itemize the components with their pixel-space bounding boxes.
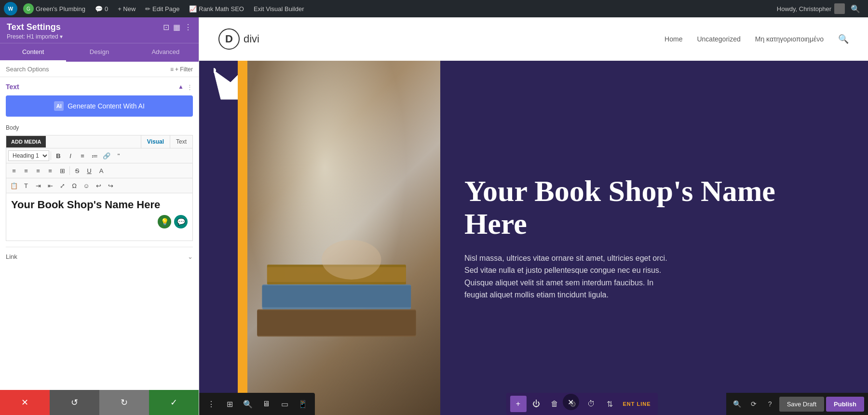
outdent-btn[interactable]: ⇤ xyxy=(44,180,56,191)
refresh-btn[interactable]: ⟳ xyxy=(746,397,761,411)
redo-btn[interactable]: ↻ xyxy=(99,390,149,415)
preview-desktop-btn[interactable]: 🖥 xyxy=(258,396,274,412)
edit-page-btn[interactable]: ✏ Edit Page xyxy=(141,3,183,14)
green-tool-icon[interactable]: 💡 xyxy=(158,215,171,228)
undo-editor-btn[interactable]: ↩ xyxy=(93,180,104,191)
exit-visual-builder-btn[interactable]: Exit Visual Builder xyxy=(250,3,308,14)
ul-btn[interactable]: ≡ xyxy=(77,150,88,161)
strikethrough-btn[interactable]: S xyxy=(71,165,83,176)
search-history-btn[interactable]: 🔍 xyxy=(730,397,745,411)
bold-btn[interactable]: B xyxy=(53,150,64,161)
columns-icon[interactable]: ▦ xyxy=(173,23,180,32)
align-left-btn[interactable]: ≡ xyxy=(8,165,20,176)
cancel-btn[interactable]: ✕ xyxy=(0,390,50,415)
redo-editor-btn[interactable]: ↪ xyxy=(105,180,116,191)
underline-btn[interactable]: U xyxy=(83,165,95,176)
section-more-icon[interactable]: ⋮ xyxy=(187,83,193,91)
svg-rect-9 xyxy=(257,310,416,335)
indent-btn[interactable]: ⇥ xyxy=(32,180,44,191)
tab-text[interactable]: Text xyxy=(170,135,192,148)
search-options-input[interactable] xyxy=(6,66,166,73)
site-nav: Home Uncategorized Μη κατηγοριοποιημένο … xyxy=(665,34,849,44)
nav-greek[interactable]: Μη κατηγοριοποιημένο xyxy=(755,35,824,43)
greens-plumbing-menu[interactable]: G Green's Plumbing xyxy=(19,1,89,16)
nav-home[interactable]: Home xyxy=(665,35,682,43)
ol-btn[interactable]: ≔ xyxy=(89,150,100,161)
new-menu[interactable]: + New xyxy=(114,3,139,14)
site-header: D divi Home Uncategorized Μη κατηγοριοπο… xyxy=(199,17,868,61)
preview-mobile-btn[interactable]: 📱 xyxy=(295,396,311,412)
link-label: Link xyxy=(6,253,17,260)
undo-btn[interactable]: ↺ xyxy=(50,390,99,415)
user-avatar[interactable] xyxy=(834,3,845,14)
blockquote-btn[interactable]: " xyxy=(113,150,124,161)
ai-generate-btn[interactable]: AI Generate Content With AI xyxy=(6,95,193,117)
tab-visual[interactable]: Visual xyxy=(141,135,170,148)
more-options-icon[interactable]: ⋮ xyxy=(184,23,192,32)
preview-tablet-btn[interactable]: ▭ xyxy=(276,396,293,412)
align-center-btn[interactable]: ≡ xyxy=(20,165,32,176)
confirm-btn[interactable]: ✓ xyxy=(149,390,199,415)
link-btn[interactable]: 🔗 xyxy=(101,150,112,161)
rank-math-btn[interactable]: 📈 Rank Math SEO xyxy=(185,3,248,14)
preview-search-btn[interactable]: 🔍 xyxy=(240,396,256,412)
visual-text-tabs: Visual Text xyxy=(141,135,192,148)
italic-btn[interactable]: I xyxy=(65,150,76,161)
preset-label[interactable]: Preset: H1 imported ▾ xyxy=(7,33,192,40)
clear-format-btn[interactable]: T xyxy=(20,180,32,191)
teal-tool-icon[interactable]: 💬 xyxy=(174,215,188,228)
align-right-btn[interactable]: ≡ xyxy=(32,165,44,176)
nav-search-icon[interactable]: 🔍 xyxy=(838,34,849,44)
filter-label: + Filter xyxy=(175,66,193,73)
comments-menu[interactable]: 💬 0 xyxy=(91,3,112,14)
timer-btn[interactable]: ⏱ xyxy=(583,396,599,412)
reorder-btn[interactable]: ⇅ xyxy=(601,396,618,412)
preview-grid-btn[interactable]: ⊞ xyxy=(221,396,238,412)
publish-btn[interactable]: Publish xyxy=(826,397,864,412)
preview-dots-btn[interactable]: ⋮ xyxy=(203,396,219,412)
shrink-icon[interactable]: ⊡ xyxy=(163,23,169,32)
tab-advanced[interactable]: Advanced xyxy=(133,43,199,62)
link-section: Link ⌄ xyxy=(6,247,193,260)
text-color-btn[interactable]: A xyxy=(95,165,107,176)
editor-content-area[interactable]: Your Book Shop's Name Here 💡 💬 xyxy=(6,193,193,241)
paste-btn[interactable]: 📋 xyxy=(8,180,20,191)
editor-text[interactable]: Your Book Shop's Name Here xyxy=(11,198,188,212)
tab-content[interactable]: Content xyxy=(0,43,66,62)
help-btn[interactable]: ? xyxy=(763,397,777,411)
add-module-btn[interactable]: + xyxy=(510,396,526,412)
greens-plumbing-label: Green's Plumbing xyxy=(36,5,85,13)
power-btn[interactable]: ⏻ xyxy=(528,396,544,412)
wordpress-logo[interactable]: W xyxy=(4,2,17,15)
link-row[interactable]: Link ⌄ xyxy=(6,253,193,260)
close-overlay-btn[interactable]: ✕ xyxy=(563,394,579,410)
link-arrow-icon: ⌄ xyxy=(188,253,193,260)
tab-design[interactable]: Design xyxy=(66,43,132,62)
filter-btn[interactable]: ≡ + Filter xyxy=(170,66,193,73)
svg-rect-7 xyxy=(262,285,411,307)
heading-select[interactable]: Heading 1 xyxy=(8,150,49,161)
book-image xyxy=(247,61,440,415)
body-label: Body xyxy=(6,124,193,131)
collapse-arrow-icon[interactable]: ▲ xyxy=(178,83,184,90)
special-char-btn[interactable]: Ω xyxy=(68,180,80,191)
emoji-btn[interactable]: ☺ xyxy=(81,180,92,191)
nav-uncategorized[interactable]: Uncategorized xyxy=(697,35,740,43)
tabs-row: Content Design Advanced xyxy=(0,43,199,62)
add-media-btn[interactable]: ADD MEDIA xyxy=(6,136,46,147)
edit-page-label: ✏ Edit Page xyxy=(145,5,179,13)
comment-icon: 💬 xyxy=(95,5,103,13)
hero-title: Your Book Shop's Name Here xyxy=(464,174,844,240)
table-btn[interactable]: ⊞ xyxy=(56,165,68,176)
logo-d: D xyxy=(225,33,233,45)
ai-btn-label: Generate Content With AI xyxy=(68,102,145,110)
delete-btn[interactable]: 🗑 xyxy=(546,396,563,412)
align-justify-btn[interactable]: ≡ xyxy=(44,165,56,176)
fullscreen-btn[interactable]: ⤢ xyxy=(56,180,68,191)
panel-header-icons: ⊡ ▦ ⋮ xyxy=(163,23,192,32)
howdy-section: Howdy, Christopher xyxy=(777,3,845,14)
bottom-action-bar: ✕ ↺ ↻ ✓ xyxy=(0,390,199,415)
section-controls: ▲ ⋮ xyxy=(178,83,193,91)
search-icon[interactable]: 🔍 xyxy=(847,2,864,15)
save-draft-btn[interactable]: Save Draft xyxy=(779,397,824,412)
